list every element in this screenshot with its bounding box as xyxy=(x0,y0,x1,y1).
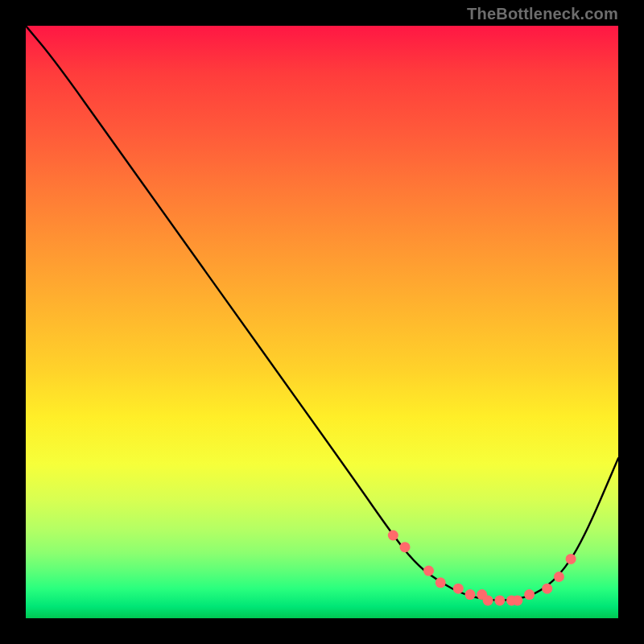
marker-dot xyxy=(554,572,564,582)
marker-dot xyxy=(465,589,476,600)
marker-dot xyxy=(512,595,522,605)
curve-line xyxy=(26,26,618,601)
marker-dot xyxy=(453,584,464,594)
marker-dot xyxy=(423,566,434,576)
plot-area xyxy=(26,26,618,618)
marker-dot xyxy=(388,530,398,541)
chart-stage: TheBottleneck.com xyxy=(0,0,644,644)
chart-svg xyxy=(26,26,618,618)
watermark-text: TheBottleneck.com xyxy=(467,5,618,23)
marker-dot xyxy=(436,577,446,588)
marker-dot xyxy=(542,584,552,594)
marker-dot xyxy=(566,554,576,564)
marker-dot xyxy=(524,589,535,600)
marker-group xyxy=(388,530,576,606)
marker-dot xyxy=(483,595,493,605)
marker-dot xyxy=(494,595,505,605)
marker-dot xyxy=(400,542,411,552)
